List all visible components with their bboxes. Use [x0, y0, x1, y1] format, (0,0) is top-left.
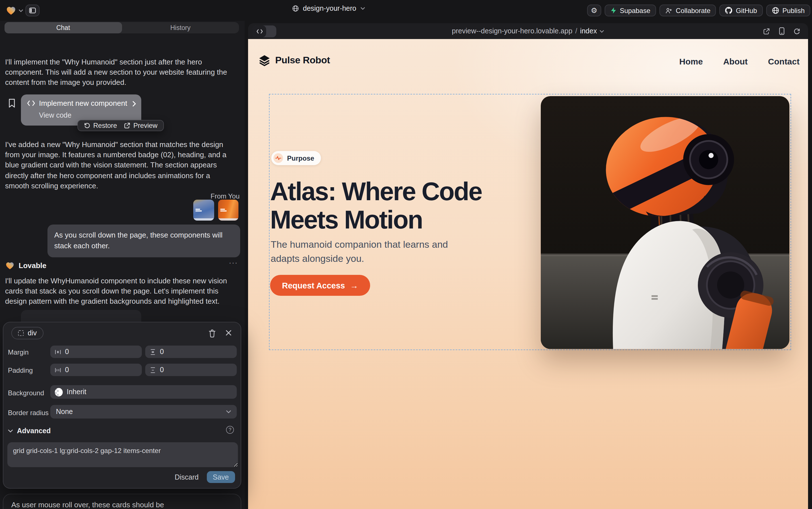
- chat-sidebar: Chat History I'll implement the "Why Hum…: [0, 21, 245, 509]
- trash-icon[interactable]: [209, 329, 216, 338]
- advanced-toggle[interactable]: Advanced: [8, 427, 51, 435]
- project-name: design-your-hero: [303, 4, 356, 12]
- project-selector[interactable]: design-your-hero: [292, 4, 365, 12]
- from-you-label: From You: [211, 192, 239, 200]
- preview-button[interactable]: Preview: [124, 122, 157, 130]
- supabase-button[interactable]: Supabase: [604, 4, 656, 16]
- topbar-actions: ⚙ Supabase Collaborate GitHub Publish: [587, 4, 810, 16]
- hero-badge: Purpose: [271, 151, 321, 165]
- preview-url-separator: /: [575, 27, 577, 35]
- restore-button[interactable]: Restore: [84, 122, 117, 130]
- border-radius-label: Border radius: [8, 409, 48, 417]
- assistant-message: I've added a new "Why Humanoid" section …: [5, 140, 234, 191]
- previewed-site: Pulse Robot Home About Contact Purpose A…: [248, 39, 808, 509]
- border-radius-select[interactable]: None: [50, 405, 237, 418]
- github-icon: [725, 7, 733, 14]
- lovable-heart-icon: [6, 5, 16, 16]
- app-topbar: design-your-hero ⚙ Supabase Collaborate …: [0, 0, 812, 21]
- advanced-classes-textarea[interactable]: grid grid-cols-1 lg:grid-cols-2 gap-12 i…: [7, 442, 238, 467]
- chevron-down-icon: [360, 7, 365, 10]
- save-button[interactable]: Save: [207, 471, 235, 483]
- chevron-down-icon: [19, 9, 23, 12]
- component-card-title: Implement new component: [39, 99, 127, 107]
- settings-button[interactable]: ⚙: [587, 4, 601, 16]
- bookmark-icon[interactable]: [8, 98, 15, 108]
- margin-y-icon: [150, 349, 156, 355]
- preview-url-host: preview--design-your-hero.lovable.app: [452, 27, 573, 35]
- request-access-button[interactable]: Request Access →: [270, 275, 370, 296]
- person-plus-icon: [665, 7, 672, 14]
- chevron-right-icon: [132, 101, 136, 107]
- padding-x-field[interactable]: [50, 364, 142, 376]
- discard-button[interactable]: Discard: [175, 473, 198, 481]
- selection-box-icon: [18, 330, 24, 336]
- padding-x-icon: [55, 367, 61, 373]
- arrow-right-icon: →: [350, 281, 358, 290]
- selected-element-chip[interactable]: div: [11, 327, 43, 339]
- inspector-footer: Discard Save: [175, 471, 235, 483]
- help-icon[interactable]: ?: [226, 426, 234, 434]
- hero-subtitle: The humanoid companion that learns and a…: [271, 238, 470, 266]
- user-message-bubble: As you scroll down the page, these compo…: [47, 225, 240, 257]
- mobile-view-button[interactable]: [779, 27, 785, 35]
- selected-element-tag: div: [28, 329, 37, 337]
- preview-url[interactable]: preview--design-your-hero.lovable.app / …: [248, 23, 808, 39]
- transparency-swatch-icon: [55, 388, 63, 396]
- chevron-down-icon: [8, 429, 13, 433]
- margin-x-field[interactable]: [50, 345, 142, 358]
- assistant-name: Lovable: [19, 261, 46, 270]
- chevron-down-icon: [226, 410, 231, 413]
- preview-toolbar: preview--design-your-hero.lovable.app / …: [248, 23, 808, 39]
- margin-y-field[interactable]: [145, 345, 237, 358]
- element-inspector-panel: div Margin: [3, 301, 241, 489]
- github-button[interactable]: GitHub: [719, 4, 763, 16]
- preview-pane: preview--design-your-hero.lovable.app / …: [248, 23, 808, 509]
- background-field[interactable]: [50, 385, 237, 399]
- nav-link-home[interactable]: Home: [679, 57, 703, 66]
- lovable-logo-menu[interactable]: [6, 5, 23, 16]
- tab-chat[interactable]: Chat: [4, 22, 122, 33]
- refresh-button[interactable]: [793, 27, 801, 35]
- background-label: Background: [8, 389, 44, 397]
- layers-logo-icon: [258, 54, 271, 67]
- attachment-thumbnail-blue[interactable]: [193, 200, 214, 220]
- gear-icon: ⚙: [591, 6, 597, 15]
- padding-label: Padding: [8, 367, 33, 374]
- lovable-heart-icon: [5, 261, 15, 270]
- chat-composer[interactable]: As user mouse roll over, these cards sho…: [3, 494, 241, 509]
- margin-label: Margin: [8, 348, 29, 356]
- padding-y-field[interactable]: [145, 364, 237, 376]
- margin-x-icon: [55, 349, 61, 355]
- site-nav: Home About Contact: [679, 57, 800, 66]
- panel-left-icon: [29, 7, 36, 14]
- nav-link-contact[interactable]: Contact: [768, 57, 800, 66]
- hero-heading: Atlas: Where Code Meets Motion: [270, 178, 482, 234]
- pulse-icon: [273, 153, 283, 163]
- supabase-bolt-icon: [610, 7, 617, 14]
- close-icon[interactable]: [225, 330, 232, 336]
- robot-hero-image: [541, 96, 789, 349]
- globe-icon: [292, 5, 299, 12]
- code-icon: [27, 100, 35, 106]
- sidebar-toggle-button[interactable]: [26, 4, 40, 16]
- collaborate-button[interactable]: Collaborate: [659, 4, 716, 16]
- restore-icon: [84, 122, 90, 129]
- assistant-message: I'll implement the "Why Humanoid" sectio…: [5, 57, 232, 88]
- publish-button[interactable]: Publish: [766, 4, 810, 16]
- assistant-header: Lovable: [5, 261, 46, 270]
- chevron-down-icon: [600, 30, 604, 33]
- view-code-link[interactable]: View code: [39, 111, 72, 119]
- chat-tabbar: Chat History: [4, 22, 239, 33]
- message-hover-actions: Restore Preview: [77, 120, 163, 131]
- preview-url-page: index: [580, 27, 597, 35]
- attachment-thumbnail-orange[interactable]: [218, 200, 238, 220]
- message-menu-button[interactable]: ···: [229, 259, 238, 267]
- tab-history[interactable]: History: [122, 22, 239, 33]
- padding-y-icon: [150, 367, 156, 373]
- site-brand[interactable]: Pulse Robot: [258, 54, 330, 67]
- nav-link-about[interactable]: About: [723, 57, 748, 66]
- composer-draft-text[interactable]: As user mouse roll over, these cards sho…: [11, 501, 164, 509]
- globe-icon: [772, 7, 779, 14]
- external-link-icon: [124, 122, 131, 129]
- open-external-button[interactable]: [763, 27, 770, 35]
